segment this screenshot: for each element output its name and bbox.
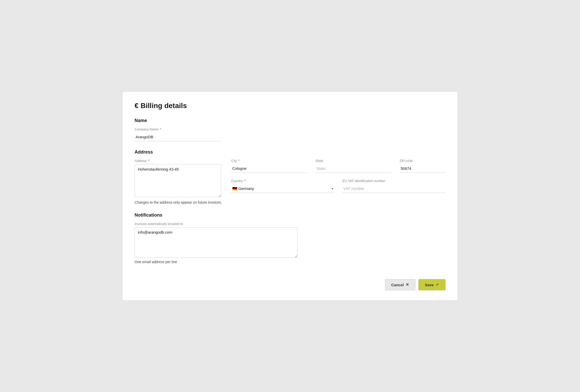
company-name-required: *	[159, 127, 161, 131]
state-label: State	[315, 159, 392, 163]
save-icon: ✓	[436, 282, 439, 287]
city-input[interactable]	[231, 164, 307, 173]
zip-label: ZIP code	[400, 159, 445, 163]
vat-input[interactable]	[342, 184, 445, 193]
cancel-label: Cancel	[391, 283, 404, 287]
address-layout: Address * Hohenstaufenring 43-45 City *	[135, 159, 445, 197]
address-right-col: City * State ZIP code	[231, 159, 445, 193]
address-label: Address *	[135, 159, 221, 163]
country-select[interactable]: Germany France Spain Italy United Kingdo…	[232, 186, 333, 191]
vat-field: EU VAT identification number	[342, 179, 445, 193]
company-name-label: Company Name *	[135, 127, 221, 131]
country-label: Country *	[231, 179, 334, 183]
country-field: Country * 🇩🇪 Germany France Spain Italy …	[231, 179, 334, 193]
address-section: Address Address * Hohenstaufenring 43-45	[135, 149, 445, 204]
country-required: *	[243, 179, 246, 183]
email-field: Invoices automatically emailed to info@a…	[135, 222, 297, 264]
name-section-title: Name	[135, 118, 445, 123]
bottom-actions: Cancel ✕ Save ✓	[135, 274, 445, 290]
address-note: Changes to the address only appear on fu…	[135, 200, 445, 204]
state-input[interactable]	[315, 164, 392, 173]
zip-input[interactable]	[400, 164, 445, 173]
cancel-icon: ✕	[406, 282, 409, 287]
email-textarea[interactable]: info@arangodb.com	[135, 227, 297, 258]
zip-field: ZIP code	[400, 159, 445, 173]
email-note: One email address per line	[135, 260, 297, 264]
city-label: City *	[231, 159, 307, 163]
address-required: *	[147, 159, 150, 163]
save-button[interactable]: Save ✓	[418, 279, 445, 290]
company-name-input[interactable]	[135, 133, 221, 141]
address-field: Address * Hohenstaufenring 43-45	[135, 159, 221, 197]
save-label: Save	[425, 283, 434, 287]
city-state-zip-row: City * State ZIP code	[231, 159, 445, 173]
vat-label: EU VAT identification number	[342, 179, 445, 183]
city-field: City *	[231, 159, 307, 173]
city-required: *	[237, 159, 240, 163]
address-section-title: Address	[135, 149, 445, 155]
email-label: Invoices automatically emailed to	[135, 222, 297, 226]
notifications-section-title: Notifications	[135, 213, 445, 218]
cancel-button[interactable]: Cancel ✕	[385, 279, 415, 290]
page-title: € Billing details	[135, 102, 445, 110]
country-select-wrapper: 🇩🇪 Germany France Spain Italy United Kin…	[231, 184, 334, 193]
state-field: State	[315, 159, 392, 173]
company-name-field: Company Name *	[135, 127, 221, 141]
billing-details-modal: € Billing details Name Company Name * Ad…	[122, 91, 458, 301]
address-textarea[interactable]: Hohenstaufenring 43-45	[135, 164, 221, 197]
address-left-col: Address * Hohenstaufenring 43-45	[135, 159, 221, 197]
notifications-section: Notifications Invoices automatically ema…	[135, 213, 445, 264]
name-section: Name Company Name *	[135, 118, 445, 141]
euro-icon: €	[135, 102, 139, 110]
country-vat-row: Country * 🇩🇪 Germany France Spain Italy …	[231, 179, 445, 193]
